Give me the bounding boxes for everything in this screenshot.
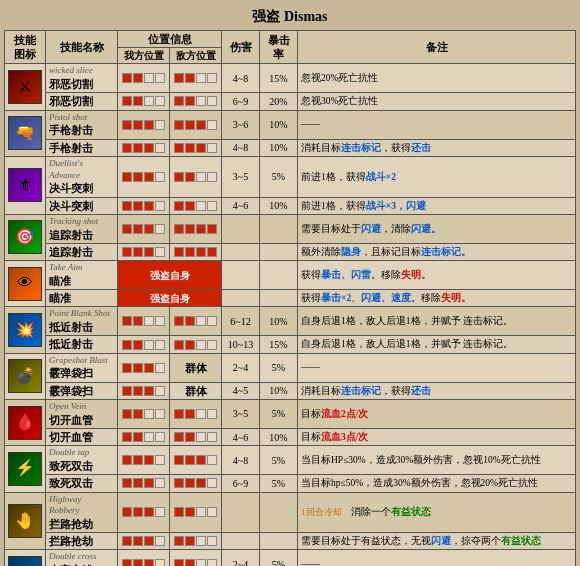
pos-box [144,559,154,566]
pos-cell [118,492,170,533]
pos-box [207,409,217,419]
note-cell: 消耗目标连击标记，获得还击 [298,139,576,156]
pos-box [174,507,184,517]
damage-cell: 2~4 [222,353,260,382]
skill-en-name: Pistol shot [49,112,114,124]
pos-box [133,455,143,465]
pos-box [185,507,195,517]
page-wrapper: 强盗 Dismas 技能 图标 技能名称 位置信息 伤害 暴击率 备注 我方位置… [0,0,580,566]
pos-box [196,507,206,517]
pos-box [185,559,195,566]
pos-box [207,559,217,566]
pos-box [185,224,195,234]
pos-box [133,386,143,396]
skill-name-cell: Highway Robbery拦路抢劫 [46,492,118,533]
pos-box [122,96,132,106]
pos-box [155,478,165,488]
note-cell: 忽视20%死亡抗性 [298,64,576,93]
pos-cell [118,399,170,428]
bandit-self-indicator: 强盗自身 [118,290,222,307]
pos-box [185,455,195,465]
pos-box [155,386,165,396]
skill-en-name: Take Aim [49,262,114,274]
skill-icon: 🔫 [8,116,42,150]
damage-cell: 10~13 [222,336,260,353]
damage-cell: 4~8 [222,446,260,475]
table-row: 致死双击6~95%当目标hp≤50%，造成30%额外伤害，忽视20%死亡抗性 [5,475,576,492]
pos-box [144,432,154,442]
pos-box [144,409,154,419]
pos-cell [170,550,222,566]
skill-name-cell: Duellist's Advance决斗突刺 [46,156,118,197]
crit-cell [260,243,298,260]
pos-box [196,340,206,350]
pos-box [207,201,217,211]
pos-box [174,120,184,130]
pos-box [207,120,217,130]
table-header: 技能 图标 技能名称 位置信息 伤害 暴击率 备注 [5,31,576,48]
pos-box [185,201,195,211]
col-notes: 备注 [298,31,576,64]
pos-box [207,143,217,153]
skill-cn-name: 手枪射击 [49,123,114,137]
pos-box [155,455,165,465]
pos-box [174,172,184,182]
pos-group: 群体 [170,353,222,382]
pos-box [174,201,184,211]
skill-cn-name: 霰弹袋扫 [49,384,114,398]
pos-box [174,143,184,153]
pos-box [155,143,165,153]
col-icon: 技能 图标 [5,31,46,64]
damage-cell [222,290,260,307]
table-row: 👁Take Aim瞄准强盗自身获得暴击、闪雷。移除失明。 [5,261,576,290]
skill-cn-name: 致死双击 [49,476,114,490]
skill-name-cell: 抵近射击 [46,336,118,353]
note-cell: —— [298,353,576,382]
skill-cn-name: 邪恶切割 [49,94,114,108]
skill-icon-cell: ✚ [5,550,46,566]
pos-box [122,316,132,326]
note-cell: —— [298,110,576,139]
skill-icon-cell: 💥 [5,307,46,353]
pos-box [174,316,184,326]
skill-name-cell: 决斗突刺 [46,197,118,214]
damage-cell: 3~5 [222,399,260,428]
crit-cell: 5% [260,156,298,197]
pos-box [122,143,132,153]
pos-box [196,96,206,106]
pos-box [144,316,154,326]
crit-cell: 5% [260,353,298,382]
pos-box [122,363,132,373]
pos-box [196,559,206,566]
pos-box [133,316,143,326]
note-cell: 目标流血3点/次 [298,428,576,445]
pos-box [174,432,184,442]
pos-box [174,409,184,419]
damage-cell: 4~5 [222,382,260,399]
damage-cell: 2~4 [222,550,260,566]
note-cell: 额外清除隐身，且标记目标连击标记。 [298,243,576,260]
pos-box [133,432,143,442]
pos-box [155,201,165,211]
pos-box [155,559,165,566]
table-row: 💣Grapeshot Blast霰弹袋扫群体2~45%—— [5,353,576,382]
pos-cell [170,93,222,110]
skill-en-name: Grapeshot Blast [49,355,114,367]
pos-cell [118,156,170,197]
skill-icon: 👁 [8,267,42,301]
pos-box [144,363,154,373]
pos-box [133,409,143,419]
pos-box [207,224,217,234]
pos-box [155,363,165,373]
skill-name-cell: Double tap致死双击 [46,446,118,475]
pos-box [122,73,132,83]
table-row: 🎯Tracking shot追踪射击需要目标处于闪避，清除闪避。 [5,214,576,243]
skill-icon-cell: 💣 [5,353,46,399]
pos-box [196,73,206,83]
table-row: 拦路抢劫需要目标处于有益状态，无视闪避，掠夺两个有益状态 [5,533,576,550]
col-position: 位置信息 [118,31,222,48]
table-row: 瞄准强盗自身获得暴击×2、闪避、速度。移除失明。 [5,290,576,307]
damage-cell [222,261,260,290]
skill-cn-name: 霰弹袋扫 [49,366,114,380]
note-cell: 前进1格，获得战斗×2 [298,156,576,197]
